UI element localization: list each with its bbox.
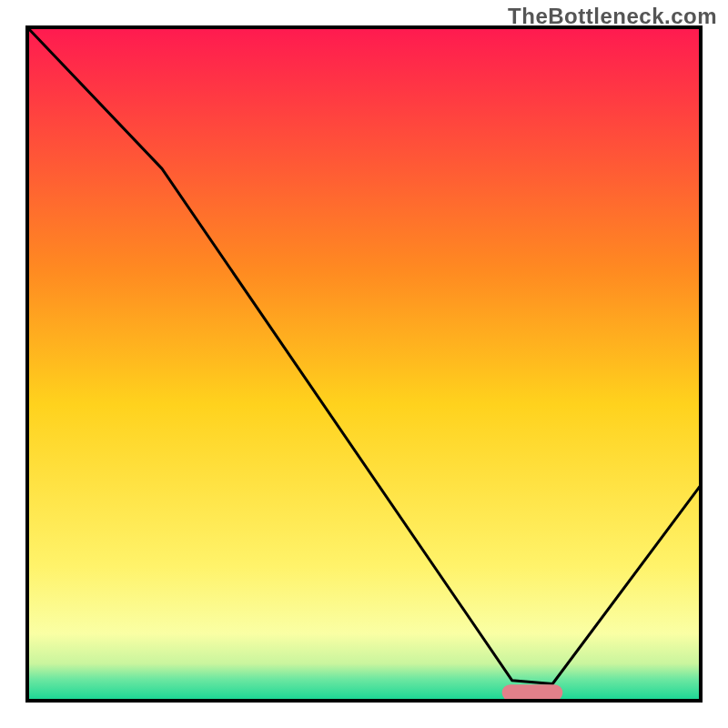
plot-background <box>27 27 701 701</box>
bottleneck-chart <box>0 0 728 728</box>
optimal-marker <box>502 684 563 701</box>
chart-container: TheBottleneck.com <box>0 0 728 728</box>
watermark-text: TheBottleneck.com <box>508 4 717 29</box>
